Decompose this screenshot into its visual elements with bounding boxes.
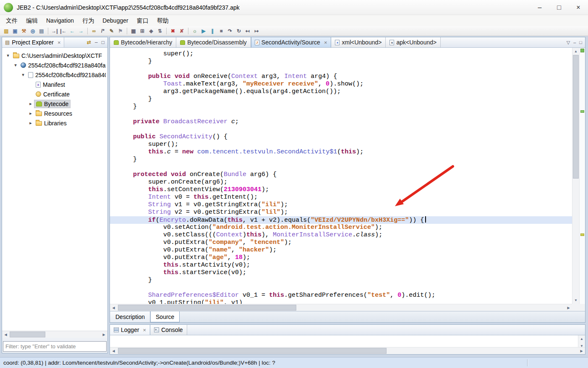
code-line[interactable]: }	[110, 277, 572, 284]
code-line[interactable]: super();	[110, 141, 572, 148]
tab-console[interactable]: Console	[150, 325, 187, 335]
project-explorer-tab[interactable]: ▤ Project Explorer ×	[2, 37, 64, 47]
code-line[interactable]	[110, 65, 572, 73]
tree-item-certificate[interactable]: Certificate	[2, 89, 107, 99]
collapse-arrow-icon[interactable]: ▾	[5, 53, 11, 58]
code-line[interactable]: v0.putExtra("name", "hacker");	[110, 246, 572, 254]
logger-content[interactable]	[110, 335, 578, 347]
scrollbar-track[interactable]	[117, 347, 578, 354]
tab-apk-unbound[interactable]: apk<Unbound>	[386, 37, 441, 47]
tree-item-manifest[interactable]: Manifest	[2, 80, 107, 89]
code-line[interactable]: v0.putExtra("age", 18);	[110, 254, 572, 262]
scrollbar-thumb[interactable]	[118, 348, 387, 354]
code-line[interactable]: }	[110, 96, 572, 103]
explorer-hscrollbar[interactable]: ◀ ▶	[2, 331, 107, 338]
stop-icon[interactable]: ■	[217, 27, 225, 35]
scroll-right-icon[interactable]: ▶	[578, 347, 585, 354]
minimize-editor-icon[interactable]: –	[573, 40, 576, 45]
comment-icon[interactable]: /*	[99, 27, 107, 35]
code-line[interactable]: SharedPreferences$Editor v0_1 = this.get…	[110, 292, 572, 299]
code-editor[interactable]: super(); } public void onReceive(Context…	[110, 48, 585, 311]
code-line[interactable]: super();	[110, 50, 572, 58]
open-file-icon[interactable]: ▨	[2, 27, 10, 35]
code-line[interactable]	[110, 111, 572, 118]
menu-window[interactable]: 窗口	[133, 15, 153, 26]
save-icon[interactable]: ▣	[11, 27, 19, 35]
logger-hscrollbar[interactable]: ◀ ▶	[110, 347, 585, 354]
scrollbar-track[interactable]	[572, 55, 579, 297]
maximize-view-icon[interactable]: □	[102, 39, 105, 45]
code-line[interactable]: if(Encryto.doRawData(this, v1 + v2).equa…	[110, 216, 572, 224]
code-line[interactable]: String v2 = v0.getStringExtra("lil");	[110, 209, 572, 216]
bookmark-icon[interactable]: ⚑	[116, 27, 125, 35]
jump-to-address-icon[interactable]: →|	[50, 27, 59, 35]
table-view-icon[interactable]: ▦	[129, 27, 138, 35]
tab-source[interactable]: Source	[150, 311, 180, 322]
expand-arrow-icon[interactable]: ▸	[27, 101, 34, 106]
scrollbar-thumb[interactable]	[10, 332, 45, 337]
scrollbar-thumb[interactable]	[118, 305, 296, 311]
code-line[interactable]: }	[110, 156, 572, 163]
code-line[interactable]: v0.setClass(((Context)this), MoniterInst…	[110, 231, 572, 239]
scrollbar-track[interactable]	[117, 304, 565, 311]
menu-file[interactable]: 文件	[2, 15, 22, 26]
code-line[interactable]: public SecondActivity() {	[110, 133, 572, 141]
code-line[interactable]: String v1 = v0.getStringExtra("ili");	[110, 201, 572, 209]
tree-item-libraries[interactable]: ▸Libraries	[2, 118, 107, 128]
menu-action[interactable]: 行为	[78, 15, 98, 26]
refresh-icon[interactable]: ↻	[235, 27, 243, 35]
close-view-icon[interactable]: ×	[57, 39, 61, 46]
code-line[interactable]: this.setContentView(2130903041);	[110, 186, 572, 194]
code-line[interactable]: this.startActivity(v0);	[110, 262, 572, 269]
pause-icon[interactable]: ∥	[208, 27, 217, 35]
code-line[interactable]: }	[110, 58, 572, 65]
code-line[interactable]: private BroadcastReceiver c;	[110, 118, 572, 126]
code-line[interactable]	[110, 126, 572, 133]
close-tab-icon[interactable]: ×	[143, 327, 146, 333]
scroll-right-icon[interactable]: ▶	[565, 304, 572, 311]
editor-vscrollbar[interactable]: ▲ ▼	[572, 48, 579, 304]
scrollbar-thumb[interactable]	[573, 55, 579, 179]
scroll-left-icon[interactable]: ◀	[110, 347, 117, 354]
ruler-indicator[interactable]	[580, 49, 584, 52]
scroll-left-icon[interactable]: ◀	[2, 331, 9, 338]
tab-bytecode-disassembly[interactable]: Bytecode/Disassembly	[176, 37, 251, 47]
minimize-view-icon[interactable]: –	[95, 39, 98, 45]
view-menu-icon[interactable]: ▽	[567, 40, 570, 45]
code-line[interactable]: public void onReceive(Context arg3, Inte…	[110, 73, 572, 80]
menu-help[interactable]: 帮助	[153, 15, 173, 26]
tree-item-artifact[interactable]: ▾2554cf208cfb4cdf9218a840fa9bf237.apk	[2, 60, 107, 70]
code-line[interactable]: v0.setAction("android.test.action.Monite…	[110, 224, 572, 231]
scrollbar-track[interactable]	[9, 331, 100, 338]
minimize-button[interactable]: –	[530, 0, 549, 15]
menu-edit[interactable]: 编辑	[22, 15, 42, 26]
delete-icon[interactable]: ✖	[169, 27, 177, 35]
tree-item-apk-unit[interactable]: ▾2554cf208cfb4cdf9218a840fa9bf237	[2, 70, 107, 80]
ruler-mark-green[interactable]	[580, 110, 584, 113]
scroll-right-icon[interactable]: ▶	[100, 331, 107, 338]
xref-view-icon[interactable]: ◈	[147, 27, 155, 35]
close-tab-icon[interactable]: ×	[324, 39, 327, 46]
code-line[interactable]: Toast.makeText(arg3, "myReceiver receive…	[110, 80, 572, 88]
cross-references-icon[interactable]: ∞	[90, 27, 98, 35]
tab-description[interactable]: Description	[110, 311, 150, 322]
tab-logger[interactable]: Logger×	[110, 325, 150, 335]
rename-icon[interactable]: ✎	[107, 27, 116, 35]
error-log-icon[interactable]: ◎	[29, 27, 37, 35]
tree-item-project-path[interactable]: ▾C:\Users\admin\Desktop\XCTF	[2, 51, 107, 60]
tools-icon[interactable]: ⚒	[20, 27, 28, 35]
scroll-left-icon[interactable]: ◀	[110, 304, 117, 311]
jump-from-icon[interactable]: |←	[59, 27, 68, 35]
attach-icon[interactable]: ↦	[252, 27, 261, 35]
tree-item-resources[interactable]: ▸Resources	[2, 109, 107, 118]
grid-view-icon[interactable]: ⊞	[138, 27, 146, 35]
navigate-back-icon[interactable]: ←	[68, 27, 76, 35]
export-icon[interactable]: ▤	[37, 27, 46, 35]
link-editor-icon[interactable]: ⇄	[87, 39, 91, 45]
step-over-icon[interactable]: ↷	[226, 27, 234, 35]
run-icon[interactable]: ▶	[199, 27, 208, 35]
collapse-arrow-icon[interactable]: ▾	[20, 72, 26, 78]
code-line[interactable]	[110, 284, 572, 292]
code-line[interactable]: protected void onCreate(Bundle arg6) {	[110, 171, 572, 179]
expand-arrow-icon[interactable]: ▸	[27, 120, 34, 126]
